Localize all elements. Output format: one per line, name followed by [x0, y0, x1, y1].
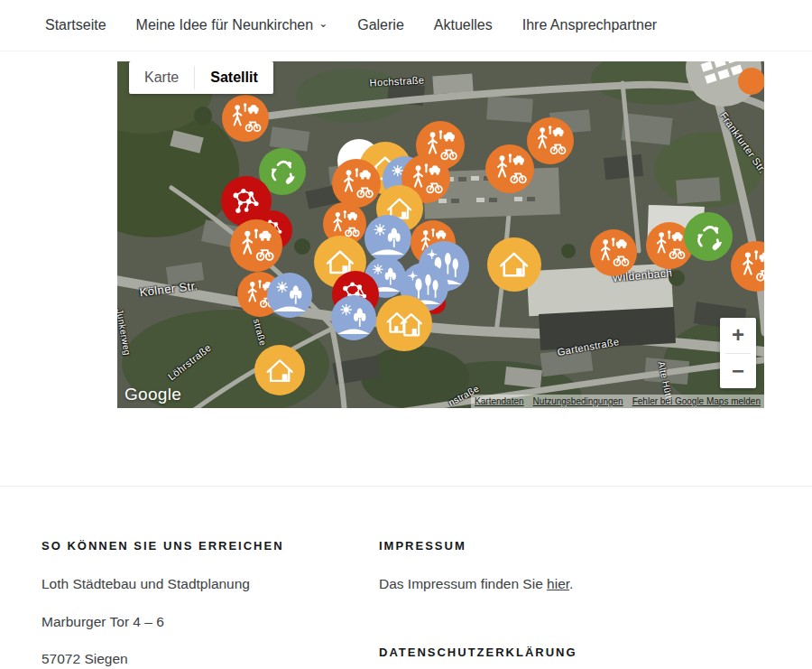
nav-startseite[interactable]: Startseite [45, 17, 106, 33]
map-marker-house[interactable] [254, 345, 305, 395]
map-attribution: KartendatenNutzungsbedingungenFehler bei… [471, 395, 764, 408]
map-type-satellit-button[interactable]: Satellit [195, 61, 272, 94]
zoom-in-button[interactable]: + [720, 318, 756, 353]
mobility-icon [228, 101, 262, 135]
map-marker-mobility[interactable] [485, 144, 534, 193]
google-map-satellite[interactable]: HochstraßeFrankfurter Str.WildenbachKöln… [117, 61, 764, 408]
footer-contact-line: Loth Städtebau und Stadtplanung [42, 576, 250, 592]
recycle-icon [265, 154, 299, 188]
map-marker-mobility[interactable] [230, 219, 282, 272]
footer-datenschutz-heading: DATENSCHUTZERKLÄRUNG [379, 646, 577, 659]
google-logo[interactable]: Google [125, 385, 181, 404]
map-marker-mobility[interactable] [527, 117, 574, 164]
map-attribution-link[interactable]: Kartendaten [475, 396, 524, 406]
footer-contact-heading: SO KÖNNEN SIE UNS ERREICHEN [42, 539, 284, 553]
nav-meine-idee[interactable]: Meine Idee für Neunkirchen ⌄ [136, 17, 328, 33]
nav-meine-idee-label: Meine Idee für Neunkirchen [136, 17, 314, 33]
impressum-text-before: Das Impressum finden Sie [379, 576, 547, 591]
map-marker-mobility[interactable] [332, 159, 381, 208]
suntree-icon [273, 279, 306, 311]
recycle-icon [691, 219, 726, 255]
impressum-text-after: . [569, 576, 573, 591]
map-marker-suntree[interactable] [364, 215, 411, 262]
chevron-down-icon: ⌄ [318, 18, 328, 29]
mobility-icon [652, 228, 686, 262]
map-marker-suntree[interactable] [331, 295, 376, 340]
mobility-icon [237, 227, 275, 265]
map-marker-suntree[interactable] [267, 273, 312, 318]
mobility-icon [533, 124, 567, 157]
mobility-icon [738, 248, 764, 284]
house-icon [262, 352, 298, 388]
mobility-icon [339, 166, 374, 201]
suntree-icon [337, 302, 370, 334]
map-zoom-control: + − [720, 318, 756, 388]
nav-galerie-label: Galerie [357, 17, 404, 33]
nav-galerie[interactable]: Galerie [357, 17, 404, 33]
map-marker-recycle[interactable] [684, 212, 733, 261]
main-navigation: Startseite Meine Idee für Neunkirchen ⌄ … [0, 0, 812, 51]
map-attribution-link[interactable]: Nutzungsbedingungen [533, 396, 623, 406]
map-marker-house[interactable] [487, 237, 541, 292]
mobility-icon [596, 236, 630, 269]
zoom-out-button[interactable]: − [720, 354, 756, 389]
footer-contact-line: Marburger Tor 4 – 6 [42, 614, 164, 630]
footer-impressum-line: Das Impressum finden Sie hier. [379, 576, 573, 592]
footer-impressum-heading: IMPRESSUM [379, 539, 466, 553]
suntree-icon [371, 221, 404, 255]
nav-aktuelles[interactable]: Aktuelles [434, 17, 493, 33]
map-type-karte-button[interactable]: Karte [129, 61, 194, 94]
map-type-control: Karte Satellit [129, 61, 273, 94]
map-marker-mobility[interactable] [222, 95, 269, 142]
map-marker-plain[interactable] [738, 68, 764, 95]
page-footer: SO KÖNNEN SIE UNS ERREICHEN Loth Städteb… [0, 487, 812, 669]
mobility-icon [329, 209, 361, 240]
nav-ansprechpartner[interactable]: Ihre Ansprechpartner [522, 17, 657, 33]
map-marker-houses[interactable] [376, 295, 432, 351]
nav-ansprechpartner-label: Ihre Ansprechpartner [522, 17, 657, 33]
map-attribution-link[interactable]: Fehler bei Google Maps melden [632, 396, 761, 406]
nav-startseite-label: Startseite [45, 17, 106, 33]
footer-contact-line: 57072 Siegen [42, 651, 128, 667]
houses-icon [384, 303, 425, 344]
map-marker-mobility[interactable] [590, 229, 637, 276]
impressum-hier-link[interactable]: hier [547, 576, 569, 591]
mobility-icon [493, 152, 528, 187]
nav-aktuelles-label: Aktuelles [434, 17, 493, 33]
house-icon [494, 245, 533, 283]
